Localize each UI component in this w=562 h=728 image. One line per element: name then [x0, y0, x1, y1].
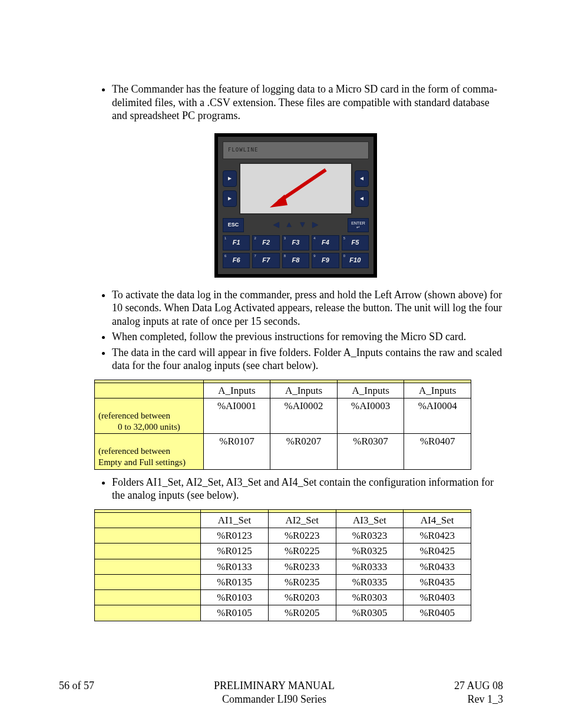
cell — [95, 543, 201, 559]
table-row: %R0133 %R0233 %R0333 %R0433 — [95, 559, 471, 574]
red-arrow-icon — [252, 165, 335, 211]
cell: %R0123 — [201, 528, 269, 543]
fkey-f2[interactable]: 2F2 — [252, 235, 279, 251]
table-ai-set: AI1_Set AI2_Set AI3_Set AI4_Set %R0123 %… — [94, 509, 471, 621]
cell: %R0223 — [268, 528, 336, 543]
cell: A_Inputs — [203, 383, 270, 398]
fkey-f5[interactable]: 5F5 — [342, 235, 369, 251]
fkey-f3[interactable]: 3F3 — [282, 235, 309, 251]
cell: %AI0002 — [270, 398, 338, 434]
bullet-list-2: To activate the data log in the commande… — [88, 288, 503, 373]
cell — [95, 512, 201, 528]
side-button-right-icon[interactable]: ▸ — [223, 170, 237, 187]
device-screen — [239, 163, 352, 215]
table-row: (referenced between Empty and Full setti… — [95, 434, 471, 470]
footer-center: PRELIMINARY MANUAL Commander LI90 Series — [214, 679, 335, 706]
cell: %R0203 — [268, 590, 336, 605]
footer-title: PRELIMINARY MANUAL — [214, 679, 335, 693]
cell — [95, 574, 201, 589]
arrow-left-icon[interactable]: ◀ — [273, 220, 279, 229]
cell — [95, 590, 201, 605]
fkey-row-1: 1F1 2F2 3F3 4F4 5F5 — [223, 235, 369, 251]
cell: AI2_Set — [268, 512, 336, 528]
table-a-inputs: A_Inputs A_Inputs A_Inputs A_Inputs (ref… — [94, 380, 471, 470]
arrow-right-icon[interactable]: ▶ — [312, 220, 318, 229]
cell: %AI0001 — [203, 398, 270, 434]
side-button-right-icon[interactable]: ▸ — [223, 190, 237, 207]
cell: (referenced between Empty and Full setti… — [95, 434, 204, 470]
fkey-f4[interactable]: 4F4 — [312, 235, 339, 251]
cell: %R0233 — [268, 559, 336, 574]
enter-button[interactable]: ENTER↵ — [348, 218, 369, 232]
footer-right: 27 AUG 08 Rev 1_3 — [454, 679, 503, 706]
cell: %R0125 — [201, 543, 269, 559]
cell: %R0435 — [404, 574, 471, 589]
arrow-down-icon[interactable]: ▼ — [299, 220, 306, 229]
left-side-buttons: ▸ ▸ — [223, 163, 237, 215]
fkey-f10[interactable]: 0F10 — [342, 253, 369, 268]
cell: %R0325 — [336, 543, 404, 559]
cell: %R0135 — [201, 574, 269, 589]
paragraph: The Commander has the feature of logging… — [112, 83, 503, 123]
svg-marker-1 — [270, 195, 287, 207]
esc-button[interactable]: ESC — [223, 218, 244, 232]
footer-subtitle: Commander LI90 Series — [214, 693, 335, 706]
cell-subtext: (referenced between — [98, 410, 200, 421]
fkey-f1[interactable]: 1F1 — [223, 235, 250, 251]
fkey-f6[interactable]: 6F6 — [223, 253, 250, 268]
arrow-up-icon[interactable]: ▲ — [285, 220, 293, 229]
cell: A_Inputs — [404, 383, 471, 398]
cell: %R0407 — [404, 434, 471, 470]
document-page: The Commander has the feature of logging… — [0, 0, 562, 728]
cell — [95, 559, 201, 574]
footer-date: 27 AUG 08 — [454, 679, 503, 693]
cell-subtext: Empty and Full settings) — [98, 457, 200, 468]
cell: %R0405 — [404, 605, 471, 621]
table-row: %R0125 %R0225 %R0325 %R0425 — [95, 543, 471, 559]
cell: %R0225 — [268, 543, 336, 559]
cell — [95, 383, 204, 398]
cell-subtext: (referenced between — [98, 446, 200, 457]
cell: %R0207 — [270, 434, 338, 470]
side-button-left-icon[interactable]: ◂ — [355, 190, 369, 207]
cell: %R0303 — [336, 590, 404, 605]
cell: %R0333 — [336, 559, 404, 574]
device-banner: FLOWLINE — [223, 141, 369, 159]
cell: A_Inputs — [270, 383, 338, 398]
cell: %AI0003 — [337, 398, 404, 434]
paragraph: To activate the data log in the commande… — [112, 288, 503, 328]
cell: %R0107 — [203, 434, 270, 470]
table-row: %R0123 %R0223 %R0323 %R0423 — [95, 528, 471, 543]
cell: (referenced between 0 to 32,000 units) — [95, 398, 204, 434]
cell: %R0305 — [336, 605, 404, 621]
bullet-list-1: The Commander has the feature of logging… — [88, 83, 503, 123]
footer-rev: Rev 1_3 — [454, 693, 503, 706]
device-figure: FLOWLINE ▸ ▸ ◂ ◂ — [88, 133, 503, 278]
paragraph: Folders AI1_Set, AI2_Set, AI3_Set and AI… — [112, 476, 503, 502]
nav-arrows: ◀ ▲ ▼ ▶ — [244, 220, 348, 229]
cell: %R0307 — [337, 434, 404, 470]
device-panel: FLOWLINE ▸ ▸ ◂ ◂ — [218, 137, 373, 274]
fkey-f7[interactable]: 7F7 — [252, 253, 279, 268]
footer-page-number: 56 of 57 — [59, 679, 94, 706]
table-row: (referenced between 0 to 32,000 units) %… — [95, 398, 471, 434]
nav-row: ESC ◀ ▲ ▼ ▶ ENTER↵ — [223, 218, 369, 232]
fkey-row-2: 6F6 7F7 8F8 9F9 0F10 — [223, 253, 369, 268]
cell: %R0205 — [268, 605, 336, 621]
cell: %R0323 — [336, 528, 404, 543]
fkey-f9[interactable]: 9F9 — [312, 253, 339, 268]
right-side-buttons: ◂ ◂ — [355, 163, 369, 215]
cell: AI1_Set — [201, 512, 269, 528]
table-row: AI1_Set AI2_Set AI3_Set AI4_Set — [95, 512, 471, 528]
cell: %R0403 — [404, 590, 471, 605]
side-button-left-icon[interactable]: ◂ — [355, 170, 369, 187]
table-row: %R0103 %R0203 %R0303 %R0403 — [95, 590, 471, 605]
cell: %R0425 — [404, 543, 471, 559]
device-bezel: FLOWLINE ▸ ▸ ◂ ◂ — [214, 133, 377, 278]
fkey-f8[interactable]: 8F8 — [282, 253, 309, 268]
table-row: A_Inputs A_Inputs A_Inputs A_Inputs — [95, 383, 471, 398]
cell — [95, 605, 201, 621]
paragraph: When completed, follow the previous inst… — [112, 330, 503, 344]
cell — [95, 528, 201, 543]
page-footer: 56 of 57 PRELIMINARY MANUAL Commander LI… — [59, 679, 503, 706]
